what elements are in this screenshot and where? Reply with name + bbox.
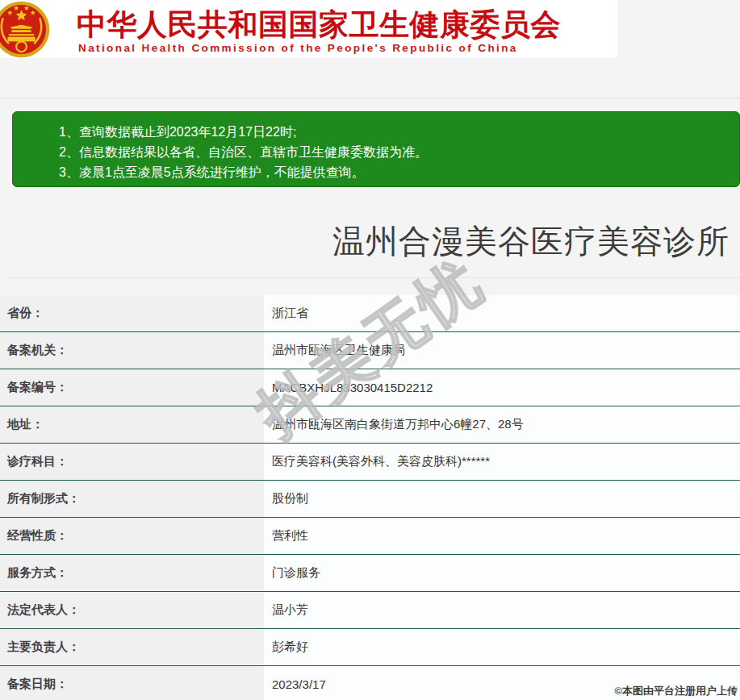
field-label: 省份： [0, 295, 264, 331]
title-divider [10, 277, 740, 278]
table-row-province: 省份： 浙江省 [0, 295, 740, 332]
table-row-filing-authority: 备案机关： 温州市瓯海区卫生健康局 [0, 332, 740, 369]
notice-item: 3、凌晨1点至凌晨5点系统进行维护，不能提供查询。 [59, 162, 731, 182]
field-value: 浙江省 [264, 295, 740, 331]
query-notice-box: 1、查询数据截止到2023年12月17日22时; 2、信息数据结果以各省、自治区… [12, 111, 740, 187]
table-row-ownership-form: 所有制形式： 股份制 [0, 481, 740, 518]
table-row-filing-number: 备案编号： MACBXHJL833030415D2212 [0, 369, 740, 406]
field-label: 所有制形式： [0, 481, 264, 517]
field-label: 主要负责人： [0, 629, 264, 665]
header-divider [0, 98, 740, 98]
upload-credit-watermark: ©本图由平台注册用户上传 [614, 684, 738, 698]
site-title-en: National Health Commission of the People… [78, 42, 518, 54]
field-value: 营利性 [264, 518, 740, 554]
field-label: 诊疗科目： [0, 444, 264, 480]
field-label: 经营性质： [0, 518, 264, 554]
field-label: 备案日期： [0, 666, 264, 700]
institution-detail-table: 省份： 浙江省 备案机关： 温州市瓯海区卫生健康局 备案编号： MACBXHJL… [0, 295, 740, 700]
field-value: 温州市瓯海区南白象街道万邦中心6幢27、28号 [264, 406, 740, 443]
site-title-cn: 中华人民共和国国家卫生健康委员会 [77, 8, 561, 42]
notice-item: 1、查询数据截止到2023年12月17日22时; [59, 122, 731, 142]
field-value: 门诊服务 [264, 555, 740, 591]
field-label: 法定代表人： [0, 592, 264, 628]
institution-name-title: 温州合漫美谷医疗美容诊所 [0, 219, 730, 264]
table-row-service-mode: 服务方式： 门诊服务 [0, 555, 740, 592]
notice-item: 2、信息数据结果以各省、自治区、直辖市卫生健康委数据为准。 [59, 142, 731, 162]
field-value: 温州市瓯海区卫生健康局 [264, 332, 740, 369]
table-row-business-nature: 经营性质： 营利性 [0, 518, 740, 555]
table-row-principal: 主要负责人： 彭希好 [0, 629, 740, 666]
field-value: 温小芳 [264, 592, 740, 628]
table-row-address: 地址： 温州市瓯海区南白象街道万邦中心6幢27、28号 [0, 406, 740, 444]
field-value: 医疗美容科(美容外科、美容皮肤科)****** [264, 444, 740, 480]
table-row-legal-representative: 法定代表人： 温小芳 [0, 592, 740, 629]
field-label: 备案编号： [0, 369, 264, 406]
national-emblem-icon [0, 1, 50, 58]
field-value: 股份制 [264, 481, 740, 517]
field-value: 彭希好 [264, 629, 740, 665]
field-label: 备案机关： [0, 332, 264, 369]
table-row-medical-subjects: 诊疗科目： 医疗美容科(美容外科、美容皮肤科)****** [0, 444, 740, 481]
field-label: 地址： [0, 406, 264, 443]
field-value: MACBXHJL833030415D2212 [264, 369, 740, 406]
site-header: 中华人民共和国国家卫生健康委员会 National Health Commiss… [0, 0, 617, 58]
field-label: 服务方式： [0, 555, 264, 591]
